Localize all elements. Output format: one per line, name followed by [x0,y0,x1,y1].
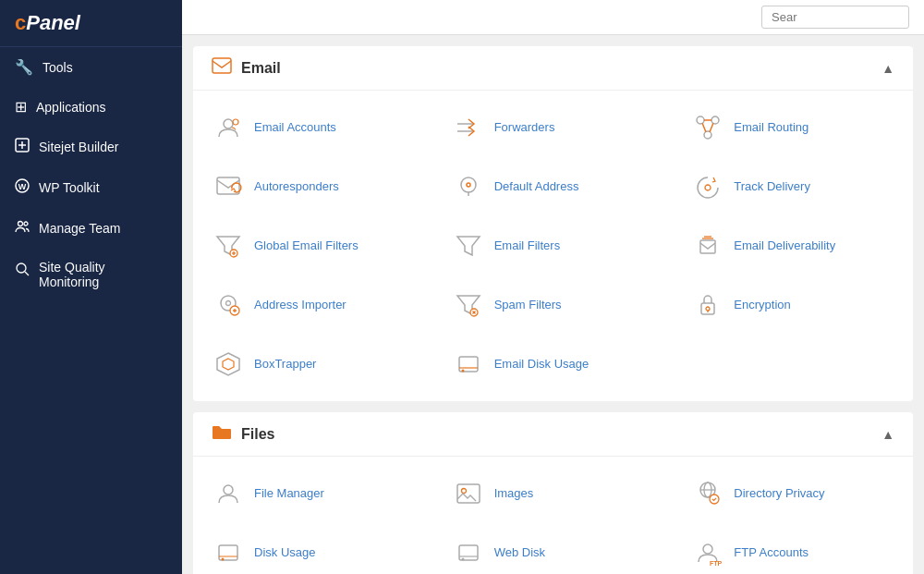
svg-point-20 [467,183,470,187]
tool-address-importer[interactable]: Address Importer [193,275,433,335]
directory-privacy-icon [691,477,724,510]
svg-point-4 [24,222,28,226]
sidebar-item-applications[interactable]: ⊞ Applications [0,87,182,127]
ftp-accounts-icon: FTP [691,536,724,569]
sitequality-icon [15,262,30,280]
svg-rect-42 [459,357,478,372]
disk-usage-icon [212,536,245,569]
images-label: Images [494,486,534,502]
sidebar-item-label: Sitejet Builder [39,140,118,154]
tool-encryption[interactable]: Encryption [673,275,913,335]
tool-web-disk[interactable]: Web Disk [433,523,674,574]
svg-line-16 [702,123,706,132]
applications-icon: ⊞ [15,98,27,116]
email-accounts-label: Email Accounts [254,120,336,136]
svg-point-13 [711,116,719,124]
sidebar: cPanel 🔧 Tools ⊞ Applications Sitejet Bu… [0,0,182,574]
svg-point-45 [224,485,233,495]
tool-default-address[interactable]: Default Address [433,157,674,216]
email-tools-grid: Email Accounts Forwarders [193,91,913,401]
sidebar-item-manageteam[interactable]: Manage Team [0,208,182,249]
address-importer-label: Address Importer [254,298,346,313]
email-disk-usage-icon [452,348,485,381]
sidebar-item-sitejet[interactable]: Sitejet Builder [0,127,182,167]
forwarders-icon [452,111,485,144]
directory-privacy-label: Directory Privacy [734,486,824,502]
svg-point-54 [222,558,225,561]
sidebar-item-label: WP Toolkit [39,180,100,195]
svg-point-58 [703,544,712,554]
sidebar-item-wptoolkit[interactable]: W WP Toolkit [0,167,182,208]
svg-point-12 [697,116,704,124]
svg-point-29 [226,301,231,306]
email-disk-usage-label: Email Disk Usage [494,357,590,372]
tool-directory-privacy[interactable]: Directory Privacy [673,464,913,523]
track-delivery-label: Track Delivery [734,179,810,195]
svg-rect-52 [219,545,237,560]
manageteam-icon [15,219,30,238]
tool-boxtrapper[interactable]: BoxTrapper [193,335,433,394]
email-section-header[interactable]: Email ▲ [193,46,913,91]
tool-autoresponders[interactable]: Autoresponders [193,157,433,216]
search-input[interactable] [761,6,909,29]
global-email-filters-icon [212,229,245,263]
files-section-header[interactable]: Files ▲ [193,412,913,457]
email-section-toggle[interactable]: ▲ [881,61,894,76]
tool-ftp-accounts[interactable]: FTP FTP Accounts [673,523,913,574]
tool-spam-filters[interactable]: Spam Filters [433,275,674,335]
logo-text: cPanel [15,11,80,34]
svg-point-51 [710,495,719,504]
svg-marker-26 [457,237,480,255]
web-disk-icon [452,536,485,569]
email-accounts-icon [212,111,245,144]
web-disk-label: Web Disk [494,545,545,561]
svg-point-14 [704,131,711,139]
tool-email-deliverability[interactable]: Email Deliverability [673,216,913,275]
svg-point-47 [461,489,466,494]
sitejet-icon [15,138,30,156]
sidebar-item-label: Applications [36,100,106,115]
sidebar-item-label: Manage Team [39,221,120,236]
disk-usage-label: Disk Usage [254,545,315,561]
tool-disk-usage[interactable]: Disk Usage [193,523,433,574]
svg-point-3 [18,222,23,226]
boxtrapper-label: BoxTrapper [254,357,316,372]
sidebar-item-sitequality[interactable]: Site Quality Monitoring [0,249,182,300]
tool-email-routing[interactable]: Email Routing [673,98,913,157]
sidebar-item-label: Site Quality Monitoring [39,260,167,289]
svg-line-17 [710,123,713,132]
tool-global-email-filters[interactable]: Global Email Filters [193,216,433,275]
svg-rect-46 [457,484,480,503]
tool-images[interactable]: Images [433,464,674,523]
svg-marker-41 [223,359,234,370]
default-address-label: Default Address [494,179,579,195]
email-section-label: Email [241,60,281,77]
spam-filters-label: Spam Filters [494,298,562,313]
email-section-icon [212,57,232,79]
email-filters-icon [452,229,485,263]
svg-rect-27 [700,240,715,253]
files-section-title-group: Files [212,423,274,445]
address-importer-icon [212,288,245,322]
tool-email-filters[interactable]: Email Filters [433,216,674,275]
svg-point-9 [233,119,238,125]
svg-rect-37 [701,303,714,314]
email-section-title-group: Email [212,57,281,79]
svg-line-6 [25,272,29,275]
sidebar-item-tools[interactable]: 🔧 Tools [0,47,182,87]
tool-file-manager[interactable]: File Manager [193,464,433,523]
tool-forwarders[interactable]: Forwarders [433,98,674,157]
tool-email-disk-usage[interactable]: Email Disk Usage [433,335,674,394]
file-manager-label: File Manager [254,486,324,502]
topbar [182,0,924,35]
encryption-icon [691,288,724,322]
tool-email-accounts[interactable]: Email Accounts [193,98,433,157]
files-section-toggle[interactable]: ▲ [881,427,894,442]
tool-track-delivery[interactable]: Track Delivery [673,157,913,216]
global-email-filters-label: Global Email Filters [254,238,359,254]
sidebar-item-label: Tools [43,60,73,75]
files-tools-grid: File Manager Images [193,457,913,574]
boxtrapper-icon [212,348,245,381]
tools-icon: 🔧 [15,58,33,76]
svg-point-21 [705,185,711,190]
